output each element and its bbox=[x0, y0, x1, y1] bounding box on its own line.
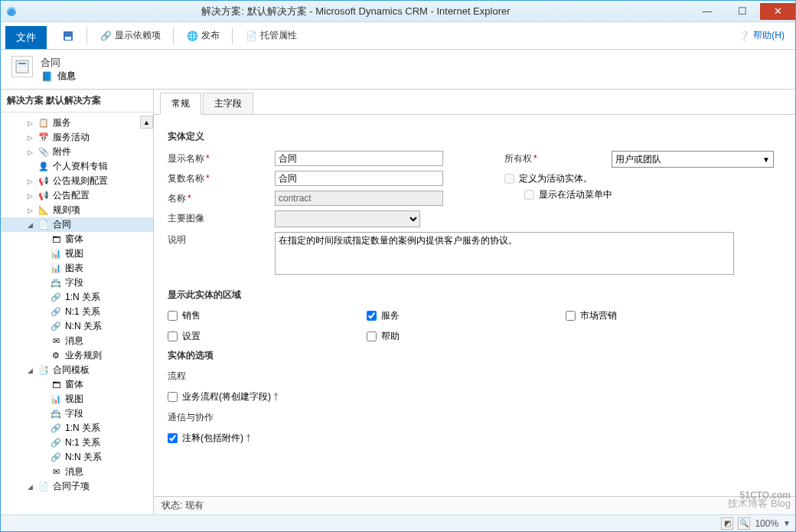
label-description: 说明 bbox=[168, 232, 275, 246]
tree-node[interactable]: ▷📐规则项 bbox=[1, 203, 153, 217]
tab-strip: 常规 主字段 bbox=[154, 90, 795, 115]
area-sales-checkbox[interactable] bbox=[168, 311, 178, 321]
tree-node[interactable]: 🗔窗体 bbox=[1, 377, 153, 392]
node-icon: 📄 bbox=[38, 219, 50, 231]
minimize-button[interactable]: — bbox=[690, 3, 725, 20]
help-link[interactable]: ❔帮助(H) bbox=[732, 26, 791, 45]
tree-node[interactable]: 📇字段 bbox=[1, 276, 153, 290]
expand-icon[interactable]: ▷ bbox=[25, 133, 34, 142]
deps-icon: 🔗 bbox=[100, 30, 112, 42]
expand-icon[interactable] bbox=[25, 162, 34, 171]
node-label: N:1 关系 bbox=[65, 436, 100, 449]
tree-node[interactable]: 📊视图 bbox=[1, 246, 153, 261]
expand-icon[interactable]: ◢ bbox=[25, 482, 34, 491]
tree-node[interactable]: ◢📄合同 bbox=[1, 217, 153, 232]
label-image: 主要图像 bbox=[168, 211, 275, 225]
display-name-input[interactable] bbox=[275, 151, 443, 166]
close-button[interactable]: ✕ bbox=[760, 3, 795, 20]
node-icon: 🔗 bbox=[50, 321, 62, 333]
area-settings-checkbox[interactable] bbox=[168, 331, 178, 341]
show-dependencies-button[interactable]: 🔗显示依赖项 bbox=[95, 26, 165, 45]
expand-icon[interactable] bbox=[38, 453, 47, 462]
node-label: 字段 bbox=[65, 407, 83, 420]
expand-icon[interactable]: ▷ bbox=[25, 119, 34, 128]
tree-node[interactable]: 🔗1:N 关系 bbox=[1, 290, 153, 305]
tree-node[interactable]: ◢📄合同子项 bbox=[1, 479, 153, 494]
primary-image-select[interactable] bbox=[275, 211, 420, 227]
node-label: 1:N 关系 bbox=[65, 422, 100, 435]
tree-node[interactable]: ▷📢公告配置 bbox=[1, 188, 153, 203]
tree-node[interactable]: ✉消息 bbox=[1, 334, 153, 348]
expand-icon[interactable] bbox=[38, 424, 47, 433]
expand-icon[interactable] bbox=[38, 279, 47, 288]
expand-icon[interactable] bbox=[38, 235, 47, 244]
titlebar: 解决方案: 默认解决方案 - Microsoft Dynamics CRM - … bbox=[1, 1, 795, 22]
business-process-checkbox[interactable] bbox=[168, 392, 178, 402]
expand-icon[interactable]: ▷ bbox=[25, 177, 34, 186]
plural-name-input[interactable] bbox=[275, 171, 443, 186]
save-icon bbox=[62, 30, 74, 42]
tab-primary-field[interactable]: 主字段 bbox=[203, 93, 253, 114]
expand-icon[interactable] bbox=[38, 468, 47, 477]
description-textarea[interactable]: 在指定的时间段或指定数量的案例内提供客户服务的协议。 bbox=[275, 232, 734, 275]
expand-icon[interactable] bbox=[38, 308, 47, 317]
node-label: 视图 bbox=[65, 247, 83, 260]
area-help-checkbox[interactable] bbox=[367, 331, 377, 341]
tab-general[interactable]: 常规 bbox=[160, 93, 201, 115]
tree-node[interactable]: 🔗1:N 关系 bbox=[1, 421, 153, 436]
tree-node[interactable]: 📊图表 bbox=[1, 261, 153, 276]
separator bbox=[232, 28, 233, 44]
expand-icon[interactable]: ▷ bbox=[25, 148, 34, 157]
expand-icon[interactable]: ◢ bbox=[25, 366, 34, 375]
expand-icon[interactable] bbox=[38, 439, 47, 448]
expand-icon[interactable] bbox=[38, 351, 47, 361]
expand-icon[interactable]: ◢ bbox=[25, 220, 34, 230]
tree-node[interactable]: 📊视图 bbox=[1, 392, 153, 406]
expand-icon[interactable] bbox=[38, 337, 47, 346]
expand-icon[interactable] bbox=[38, 322, 47, 331]
tree-node[interactable]: ◢📑合同模板 bbox=[1, 363, 153, 377]
tree-node[interactable]: ⚙业务规则 bbox=[1, 348, 153, 363]
expand-icon[interactable] bbox=[38, 395, 47, 404]
area-service-checkbox[interactable] bbox=[367, 311, 377, 321]
tree-node[interactable]: 🔗N:1 关系 bbox=[1, 305, 153, 319]
node-label: 消息 bbox=[65, 335, 83, 348]
expand-icon[interactable] bbox=[38, 250, 47, 259]
tree-node[interactable]: 🔗N:N 关系 bbox=[1, 450, 153, 465]
expand-icon[interactable] bbox=[38, 410, 47, 419]
node-icon: 📊 bbox=[50, 263, 62, 275]
node-icon: 📇 bbox=[50, 277, 62, 289]
expand-icon[interactable] bbox=[38, 380, 47, 390]
tree-node[interactable]: 🔗N:N 关系 bbox=[1, 319, 153, 334]
tree-node[interactable]: ✉消息 bbox=[1, 465, 153, 479]
zoom-dropdown-icon[interactable]: ▼ bbox=[783, 519, 791, 527]
expand-icon[interactable] bbox=[38, 264, 47, 273]
save-button[interactable] bbox=[57, 27, 79, 45]
node-icon: 🔗 bbox=[50, 306, 62, 318]
tree-node[interactable]: 🗔窗体 bbox=[1, 232, 153, 246]
managed-props-button[interactable]: 📄托管属性 bbox=[240, 26, 302, 45]
notes-checkbox[interactable] bbox=[168, 433, 178, 443]
scroll-up-button[interactable]: ▲ bbox=[140, 116, 153, 129]
tree-node[interactable]: 🔗N:1 关系 bbox=[1, 436, 153, 450]
tree-node[interactable]: ▷📎附件 bbox=[1, 145, 153, 159]
form-area: 实体定义 显示名称* 复数名称* 名称* bbox=[154, 115, 795, 496]
zoom-reset-button[interactable]: 🔍 bbox=[738, 517, 750, 530]
zoom-mode-button[interactable]: ◩ bbox=[721, 517, 733, 530]
tree-node[interactable]: ▷📋服务 bbox=[1, 116, 153, 130]
node-icon: 🔗 bbox=[50, 437, 62, 449]
file-tab[interactable]: 文件 bbox=[5, 26, 47, 49]
tree-node[interactable]: ▷📅服务活动 bbox=[1, 130, 153, 145]
solution-tree[interactable]: ▲ ▷📋服务▷📅服务活动▷📎附件👤个人资料专辑▷📢公告规则配置▷📢公告配置▷📐规… bbox=[1, 113, 153, 514]
publish-button[interactable]: 🌐发布 bbox=[181, 26, 224, 45]
expand-icon[interactable]: ▷ bbox=[25, 206, 34, 215]
tree-node[interactable]: ▷📢公告规则配置 bbox=[1, 174, 153, 188]
expand-icon[interactable] bbox=[38, 293, 47, 302]
tree-node[interactable]: 📇字段 bbox=[1, 406, 153, 421]
ownership-select[interactable]: 用户或团队▼ bbox=[612, 151, 774, 168]
tree-node[interactable]: 👤个人资料专辑 bbox=[1, 159, 153, 174]
maximize-button[interactable]: ☐ bbox=[725, 3, 760, 20]
area-marketing-checkbox[interactable] bbox=[566, 311, 576, 321]
svg-rect-3 bbox=[16, 60, 28, 73]
expand-icon[interactable]: ▷ bbox=[25, 191, 34, 201]
